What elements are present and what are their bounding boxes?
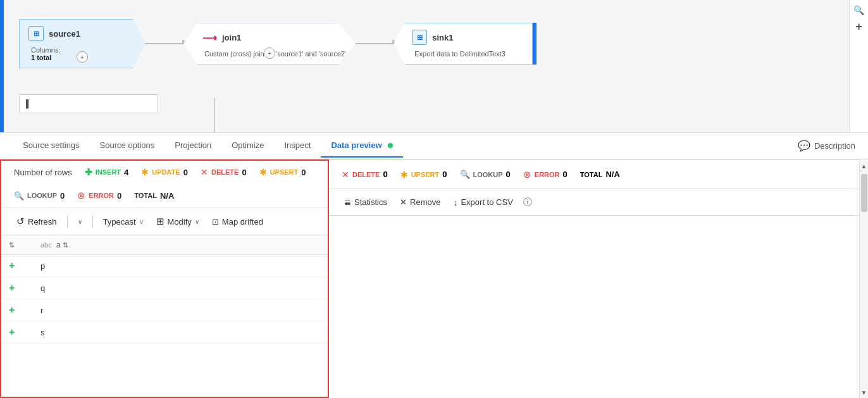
insert-label: INSERT [96,168,121,176]
sink1-node[interactable]: ⊞ sink1 Export data to DelimitedText3 [394,23,533,65]
row3-insert-marker: + [1,299,33,321]
upsert-icon-r: ✱ [400,170,408,180]
source1-plus-btn[interactable]: + [77,51,88,63]
delete-label-r: DELETE [352,171,380,178]
upsert-stat: ✱ UPSERT 0 [259,167,306,177]
arrow-line-2 [356,43,394,44]
tab-inspect[interactable]: Inspect [274,134,321,158]
sort-updown-icon: ⇅ [9,241,15,249]
collapsed-panel: ▌ [19,94,158,113]
statistics-icon: ≣ [344,197,351,207]
delete-icon-r: ✕ [342,170,349,180]
tab-projection[interactable]: Projection [164,134,221,158]
typecast-chevron-icon: ∨ [139,218,144,225]
data-panel: Number of rows ✚ INSERT 4 ✱ UPDATE 0 ✕ D… [0,159,329,398]
stats-row-right: ✕ DELETE 0 ✱ UPSERT 0 🔍 LOOKUP 0 ⊗ ERROR… [329,160,859,189]
export-csv-icon: ↓ [453,197,457,208]
join1-title: join1 [222,33,241,42]
statistics-btn[interactable]: ≣ Statistics [339,195,392,209]
error-stat-r: ⊗ ERROR 0 [523,169,567,180]
scroll-thumb[interactable] [861,174,867,212]
source1-columns-label: Columns: [31,46,60,54]
row2-col-a: q [33,277,328,299]
table-row: + r [1,299,328,321]
refresh-chevron-icon: ∨ [78,218,82,225]
error-value: 0 [117,191,121,201]
table-row: + p [1,255,328,277]
insert-value: 4 [124,168,128,177]
delete-val-r: 0 [383,170,387,179]
typecast-btn[interactable]: Typecast ∨ [98,215,149,229]
export-csv-btn[interactable]: ↓ Export to CSV [448,195,518,210]
error-val-r: 0 [563,170,567,179]
plus-btn-right[interactable]: + [855,20,862,34]
modify-chevron-icon: ∨ [195,218,199,225]
refresh-btn[interactable]: ↺ Refresh [11,213,62,230]
source1-title: source1 [49,29,80,39]
right-preview-area: ✕ DELETE 0 ✱ UPSERT 0 🔍 LOOKUP 0 ⊗ ERROR… [329,159,859,398]
source1-header: ⊞ source1 [28,26,130,41]
join1-header: ⟶ join1 [202,30,346,45]
tab-source-options[interactable]: Source options [90,134,165,158]
total-label-r: TOTAL [580,171,603,178]
col-a-type-badge: abc [40,241,52,249]
lookup-icon: 🔍 [14,191,24,201]
insert-stat: ✚ INSERT 4 [85,167,129,177]
total-val-r: N/A [605,170,619,179]
data-table: ⇅ abc a ⇅ + p [1,235,328,344]
upsert-label-r: UPSERT [411,171,440,178]
remove-icon: ✕ [400,197,407,207]
lookup-value: 0 [60,191,65,201]
update-icon: ✱ [141,167,149,177]
join1-node-wrapper: ⟶ join1 Custom (cross) join on 'source1'… [183,23,356,65]
sink1-node-wrapper: ⊞ sink1 Export data to DelimitedText3 [394,23,533,65]
total-label: TOTAL [134,192,157,199]
stats-row: Number of rows ✚ INSERT 4 ✱ UPDATE 0 ✕ D… [1,161,328,208]
modify-btn[interactable]: ⊞ Modify ∨ [151,213,204,230]
source1-node[interactable]: ⊞ source1 Columns: 1 total + [19,19,146,68]
tab-optimize[interactable]: Optimize [221,134,274,158]
source1-icon: ⊞ [28,26,44,41]
join1-node[interactable]: ⟶ join1 Custom (cross) join on 'source1'… [183,23,356,65]
error-stat: ⊗ ERROR 0 [77,190,121,201]
refresh-chevron-btn[interactable]: ∨ [73,216,87,228]
toolbar-divider-2 [92,215,93,228]
table-row: + q [1,277,328,299]
col-a-header[interactable]: abc a ⇅ [33,235,328,255]
tab-data-preview[interactable]: Data preview [321,134,403,158]
col-sort-header[interactable]: ⇅ [1,235,33,255]
join1-plus-btn[interactable]: + [264,47,275,59]
map-drifted-icon: ⊡ [212,217,219,227]
error-label: ERROR [89,192,114,199]
row2-insert-marker: + [1,277,33,299]
row4-insert-icon: + [9,326,15,337]
sink1-header: ⊞ sink1 [412,30,523,45]
main-content: Number of rows ✚ INSERT 4 ✱ UPDATE 0 ✕ D… [0,159,868,398]
arrow-line-1 [146,43,183,44]
collapsed-label: ▌ [26,99,32,108]
refresh-icon: ↺ [16,216,25,227]
delete-stat-r: ✕ DELETE 0 [342,170,388,180]
scroll-down-btn[interactable]: ▼ [859,387,868,398]
error-icon: ⊗ [77,190,85,201]
tab-source-settings[interactable]: Source settings [13,134,90,158]
lookup-stat-r: 🔍 LOOKUP 0 [460,170,511,179]
description-btn[interactable]: 💬 Description [798,140,855,152]
source1-columns-value: 1 total [31,54,51,61]
total-stat: TOTAL N/A [134,191,174,201]
right-sidebar: 🔍 + [849,0,868,132]
search-icon-btn[interactable]: 🔍 [853,5,864,15]
upsert-value: 0 [301,168,306,177]
upsert-icon: ✱ [259,167,267,177]
map-drifted-btn[interactable]: ⊡ Map drifted [207,215,268,229]
delete-icon: ✕ [201,167,208,177]
remove-btn[interactable]: ✕ Remove [395,195,445,209]
scroll-up-btn[interactable]: ▲ [859,161,868,171]
row1-col-a: p [33,255,328,277]
num-rows-label: Number of rows [14,168,72,177]
left-blue-border [0,0,4,132]
table-area: ⇅ abc a ⇅ + p [1,235,328,397]
scrollbar[interactable]: ▲ ▼ [859,159,868,398]
row1-insert-icon: + [9,260,15,271]
join1-body-text: Custom (cross) join on 'source1' and 'so… [204,50,346,58]
